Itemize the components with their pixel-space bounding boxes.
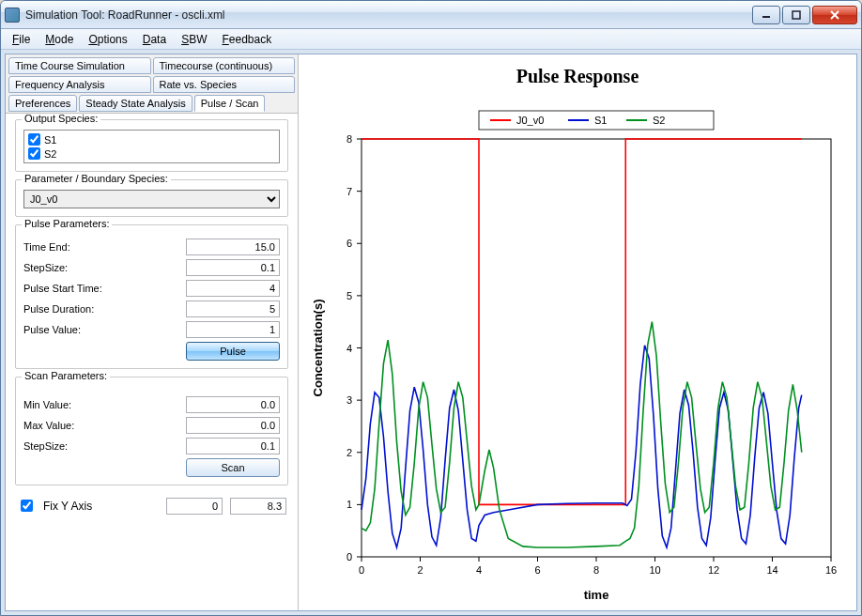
species-s2[interactable]: S2 (26, 146, 277, 161)
group-param-boundary: Parameter / Boundary Species: J0_v0 (15, 179, 288, 217)
pulse-duration-label: Pulse Duration: (23, 303, 94, 315)
left-panel: Time Course Simulation Timecourse (conti… (6, 54, 299, 610)
menubar: File Mode Options Data SBW Feedback (1, 29, 861, 50)
close-button[interactable] (812, 6, 857, 24)
content-area: Time Course Simulation Timecourse (conti… (5, 54, 857, 611)
svg-rect-4 (362, 139, 831, 557)
svg-text:3: 3 (346, 394, 352, 406)
output-species-label: Output Species: (22, 114, 100, 124)
menu-file[interactable]: File (7, 31, 36, 48)
titlebar[interactable]: Simulation Tool: RoadRunner - oscli.xml (1, 1, 861, 29)
fix-y-min[interactable] (166, 498, 223, 515)
svg-text:4: 4 (476, 564, 482, 576)
svg-text:0: 0 (346, 551, 352, 562)
svg-text:6: 6 (534, 564, 540, 576)
pulse-params-label: Pulse Parameters: (22, 218, 112, 229)
svg-text:6: 6 (346, 238, 352, 249)
svg-text:7: 7 (346, 186, 352, 197)
tab-steady-state[interactable]: Steady State Analysis (79, 95, 192, 112)
max-value-label: Max Value: (23, 420, 74, 431)
svg-text:2: 2 (346, 447, 352, 458)
app-icon (5, 8, 20, 23)
menu-mode[interactable]: Mode (39, 31, 79, 48)
svg-text:1: 1 (346, 499, 352, 510)
time-end-input[interactable] (186, 239, 280, 255)
scan-step-label: StepSize: (23, 440, 68, 452)
tab-pulse-scan[interactable]: Pulse / Scan (194, 95, 266, 112)
scan-step-input[interactable] (186, 438, 280, 454)
svg-text:J0_v0: J0_v0 (516, 115, 544, 126)
group-pulse-params: Pulse Parameters: Time End: StepSize: Pu… (15, 224, 288, 369)
tab-control: Time Course Simulation Timecourse (conti… (6, 54, 298, 114)
param-boundary-label: Parameter / Boundary Species: (22, 173, 171, 184)
svg-text:Concentration(s): Concentration(s) (311, 300, 325, 397)
menu-data[interactable]: Data (137, 31, 172, 48)
max-value-input[interactable] (186, 417, 280, 434)
scan-params-label: Scan Parameters: (22, 370, 110, 381)
group-output-species: Output Species: S1 S2 (15, 119, 288, 172)
tab-timecourse-continuous[interactable]: Timecourse (continuous) (153, 57, 296, 74)
checkbox-s1[interactable] (28, 133, 40, 146)
checkbox-s2[interactable] (28, 147, 40, 160)
group-scan-params: Scan Parameters: Min Value: Max Value: S… (15, 377, 288, 485)
menu-sbw[interactable]: SBW (176, 31, 212, 48)
svg-text:5: 5 (346, 290, 352, 301)
menu-options[interactable]: Options (83, 31, 132, 48)
min-value-input[interactable] (186, 396, 280, 413)
svg-text:2: 2 (417, 564, 423, 576)
window-title: Simulation Tool: RoadRunner - oscli.xml (25, 8, 752, 22)
tab-rate-vs-species[interactable]: Rate vs. Species (153, 76, 296, 93)
chart-title: Pulse Response (299, 66, 856, 87)
param-boundary-select[interactable]: J0_v0 (23, 190, 280, 208)
svg-text:S2: S2 (653, 115, 665, 126)
stepsize-label: StepSize: (23, 262, 68, 273)
svg-text:10: 10 (649, 564, 660, 576)
svg-text:14: 14 (766, 564, 777, 576)
svg-text:16: 16 (825, 564, 837, 576)
fix-y-axis-row: Fix Y Axis (15, 493, 288, 516)
pulse-duration-input[interactable] (186, 300, 280, 317)
fix-y-max[interactable] (230, 498, 286, 515)
stepsize-input[interactable] (186, 259, 280, 276)
svg-text:8: 8 (593, 564, 599, 576)
panel-body: Output Species: S1 S2 Parameter / Bounda… (6, 114, 298, 610)
output-species-list[interactable]: S1 S2 (23, 130, 280, 163)
svg-text:0: 0 (359, 564, 364, 576)
svg-text:12: 12 (708, 564, 719, 576)
pulse-button[interactable]: Pulse (186, 342, 280, 361)
species-s1[interactable]: S1 (26, 132, 277, 146)
svg-text:4: 4 (346, 343, 352, 354)
chart-svg: 0246810121416012345678timeConcentration(… (305, 87, 850, 608)
svg-rect-1 (793, 11, 800, 19)
pulse-start-label: Pulse Start Time: (23, 283, 102, 294)
svg-text:8: 8 (346, 133, 352, 145)
tab-frequency-analysis[interactable]: Frequency Analysis (8, 76, 151, 93)
menu-feedback[interactable]: Feedback (216, 31, 277, 48)
pulse-start-input[interactable] (186, 280, 280, 297)
maximize-button[interactable] (782, 6, 810, 24)
tab-time-course[interactable]: Time Course Simulation (8, 57, 151, 74)
minimize-button[interactable] (752, 6, 780, 24)
pulse-value-label: Pulse Value: (23, 324, 81, 335)
pulse-value-input[interactable] (186, 321, 280, 338)
time-end-label: Time End: (23, 241, 70, 253)
scan-button[interactable]: Scan (186, 458, 280, 477)
min-value-label: Min Value: (23, 399, 71, 410)
fix-y-label: Fix Y Axis (43, 500, 92, 513)
app-window: Simulation Tool: RoadRunner - oscli.xml … (0, 0, 862, 616)
svg-text:time: time (584, 588, 609, 602)
svg-text:S1: S1 (594, 115, 607, 126)
chart-area: Pulse Response 0246810121416012345678tim… (299, 54, 856, 610)
fix-y-checkbox[interactable] (21, 500, 33, 512)
tab-preferences[interactable]: Preferences (8, 95, 77, 112)
